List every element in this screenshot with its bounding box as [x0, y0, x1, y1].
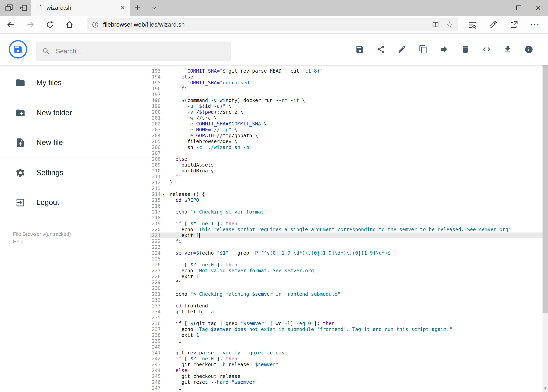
code-line[interactable]: 210 buildBinary	[150, 168, 542, 174]
code-line[interactable]: 219 if [ $# -ne 1 ]; then	[150, 221, 542, 227]
sidebar-item-logout[interactable]: Logout	[0, 188, 150, 217]
site-info-icon[interactable]	[92, 21, 99, 28]
code-line[interactable]: 237 echo "Tag $semver does not exist in …	[150, 326, 542, 332]
filebrowser-logo[interactable]	[9, 40, 27, 58]
code-line[interactable]: 239 fi	[150, 338, 542, 344]
home-button[interactable]	[62, 18, 76, 32]
code-line[interactable]: 244 else	[150, 368, 542, 373]
code-line[interactable]: 209 buildAssets	[150, 162, 542, 168]
reading-view-icon[interactable]	[432, 21, 439, 28]
raw-code-button[interactable]	[479, 42, 494, 56]
fold-arrow-icon[interactable]: ▾	[161, 191, 170, 197]
code-line[interactable]: 214▾release () {	[150, 191, 542, 197]
code-line[interactable]: 196 fi	[150, 86, 542, 91]
code-line[interactable]: 241 git rev-parse --verify --quiet relea…	[150, 350, 542, 356]
minimize-button[interactable]	[489, 0, 509, 16]
rename-button[interactable]	[395, 42, 409, 56]
web-note-button[interactable]	[487, 18, 499, 32]
info-button[interactable]	[522, 42, 536, 56]
sidebar-item-settings[interactable]: Settings	[0, 158, 150, 188]
share-file-button[interactable]	[374, 42, 388, 56]
help-link[interactable]: Help	[13, 238, 71, 245]
code-line[interactable]: 208 else	[150, 156, 542, 162]
delete-button[interactable]	[458, 42, 472, 56]
tab-chevron-icon[interactable]	[148, 0, 160, 16]
code-line[interactable]: 217 echo "> Checking semver format"	[150, 209, 542, 215]
code-line[interactable]: 224 semver=$(echo "$1" | grep -P '^v(0|[…	[150, 250, 542, 256]
code-line[interactable]: 234 git fetch --all	[150, 309, 542, 315]
scrollbar[interactable]	[542, 34, 548, 392]
code-line[interactable]: 222 fi	[150, 238, 542, 244]
copy-button[interactable]	[416, 42, 430, 56]
code-line[interactable]: 200 -v /$(pwd):/src:z \	[150, 109, 542, 115]
code-line[interactable]: 216	[150, 203, 542, 209]
code-line[interactable]: 229 fi	[150, 280, 542, 285]
code-line[interactable]: 233 cd frontend	[150, 303, 542, 309]
save-button[interactable]	[353, 42, 367, 56]
code-line[interactable]: 247 fi	[150, 385, 542, 391]
new-tab-button[interactable]: +	[132, 0, 144, 16]
close-button[interactable]: ×	[528, 0, 548, 16]
sidebar-item-new-file[interactable]: New file	[0, 128, 150, 158]
download-button[interactable]	[501, 42, 515, 56]
code-line[interactable]: 193 COMMIT_SHA="$(git rev-parse HEAD | c…	[150, 68, 542, 74]
code-line[interactable]: 223	[150, 244, 542, 250]
code-line[interactable]: 215 cd $REPO	[150, 197, 542, 203]
forward-button[interactable]	[23, 18, 37, 32]
code-line[interactable]: 230	[150, 285, 542, 291]
sidebar-item-my-files[interactable]: My files	[0, 68, 150, 98]
url-text[interactable]: filebrowser.web/files/wizard.sh	[103, 21, 185, 28]
hub-button[interactable]	[466, 18, 479, 32]
code-line[interactable]: 207	[150, 150, 542, 156]
search-box[interactable]	[36, 42, 231, 61]
code-line[interactable]: 220 echo "This release script requires a…	[150, 227, 542, 232]
refresh-button[interactable]	[43, 18, 57, 32]
tab-close-icon[interactable]: ×	[120, 4, 125, 12]
back-button[interactable]	[4, 18, 18, 32]
move-button[interactable]	[437, 42, 451, 56]
code-line[interactable]: 221 exit 1	[150, 232, 542, 238]
code-line[interactable]: 194 else	[150, 74, 542, 80]
code-line[interactable]: 204 -e GOPATH=//tmp/gopath \	[150, 133, 542, 139]
code-line[interactable]: 199 -u "$(id -u)" \	[150, 103, 542, 109]
code-line[interactable]: 232	[150, 297, 542, 303]
code-line[interactable]: 245 git checkout release	[150, 373, 542, 379]
more-menu-button[interactable]: ⋯	[529, 18, 541, 32]
code-editor[interactable]: 193 COMMIT_SHA="$(git rev-parse HEAD | c…	[150, 65, 542, 392]
code-line[interactable]: 202 -e COMMIT_SHA=$COMMIT_SHA \	[150, 121, 542, 127]
code-line[interactable]: 201 -w //src \	[150, 115, 542, 121]
set-tabs-aside-icon[interactable]	[19, 3, 28, 12]
code-line[interactable]: 240	[150, 344, 542, 350]
code-line[interactable]: 206 sh -c "./wizard.sh -b"	[150, 144, 542, 150]
code-line[interactable]: 198 $(command -v winpty) docker run --rm…	[150, 98, 542, 103]
code-line[interactable]: 246 git reset --hard "$semver"	[150, 379, 542, 385]
code-line[interactable]: 243 git checkout -b release "$semver"	[150, 362, 542, 368]
share-button[interactable]	[508, 18, 520, 32]
sidebar-item-new-folder[interactable]: New folder	[0, 98, 150, 128]
code-line[interactable]: 236 if [ $(git tag | grep "$semver" | wc…	[150, 321, 542, 326]
code-line[interactable]: 225	[150, 256, 542, 262]
code-line[interactable]: 218	[150, 215, 542, 221]
code-line[interactable]: 235	[150, 315, 542, 321]
scrollbar-thumb[interactable]	[542, 42, 548, 313]
browser-tab[interactable]: wizard.sh ×	[31, 0, 130, 16]
code-line[interactable]: 213	[150, 186, 542, 191]
code-line[interactable]: 227 echo "Not valid semver format. See s…	[150, 268, 542, 273]
code-line[interactable]: 205 filebrowser/dev \	[150, 139, 542, 144]
code-line[interactable]: 203 -e HOME="//tmp" \	[150, 127, 542, 133]
code-line[interactable]: 211 fi	[150, 174, 542, 180]
code-line[interactable]: 228 exit 1	[150, 273, 542, 280]
code-line[interactable]: 212}	[150, 180, 542, 186]
code-line[interactable]: 195 COMMIT_SHA="untracked"	[150, 80, 542, 86]
code-line[interactable]: 238 exit 1	[150, 332, 542, 338]
search-input[interactable]	[56, 48, 225, 55]
maximize-button[interactable]	[509, 0, 528, 16]
code-line[interactable]: 242 if [ $? -ne 0 ]; then	[150, 356, 542, 362]
code-line[interactable]: 226 if [ $? -ne 0 ]; then	[150, 262, 542, 268]
tab-preview-icon[interactable]	[5, 3, 14, 12]
code-line[interactable]: 197	[150, 91, 542, 98]
code-line[interactable]: 231 echo "> Checking matching $semver in…	[150, 291, 542, 297]
url-box[interactable]: filebrowser.web/files/wizard.sh ☆	[87, 18, 458, 31]
favorite-star-icon[interactable]: ☆	[446, 20, 453, 29]
scroll-down-arrow-icon[interactable]	[544, 387, 547, 390]
